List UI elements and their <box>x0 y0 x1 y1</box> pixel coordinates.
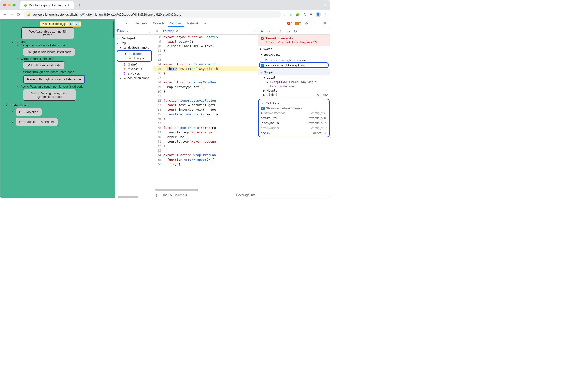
tab-network[interactable]: Network <box>185 20 201 27</box>
install-icon[interactable]: ⬒ <box>309 13 312 16</box>
tree-item-library-js[interactable]: 🗎library.js <box>118 56 151 61</box>
code-line[interactable]: 18export function errorFromRun <box>153 80 258 85</box>
labs-icon[interactable]: ⚗ <box>303 13 306 16</box>
tree-item-origin[interactable]: ▼☁devtools-ignore <box>116 45 152 50</box>
code-line[interactable]: 20} <box>153 89 258 94</box>
forward-button[interactable]: → <box>10 12 14 17</box>
toggle-navigator-icon[interactable]: ⇤ <box>155 29 160 33</box>
step-out-icon[interactable]: ↑ <box>280 29 282 33</box>
tree-item-style[interactable]: 🗎style.css <box>116 71 152 76</box>
code-line[interactable]: 23 const text = document.getE <box>153 103 258 107</box>
tab-console[interactable]: Console <box>151 20 167 27</box>
code-line[interactable]: 8export async function unsafeS <box>153 35 258 39</box>
callstack-frame[interactable]: errorWrapperlibrary.js:37 <box>260 126 328 130</box>
deactivate-breakpoints-icon[interactable]: ⊘ <box>294 29 297 33</box>
code-line[interactable]: 24 const insertionPoint = doc <box>153 107 258 112</box>
section-scope[interactable]: ▼Scope <box>258 70 330 75</box>
code-line[interactable]: 13 <box>153 57 258 62</box>
page-button[interactable]: CSP Violation - All frames <box>16 118 58 126</box>
code-line[interactable]: 26} <box>153 117 258 121</box>
tab-close-icon[interactable]: ✕ <box>68 3 71 7</box>
line-number[interactable]: 27 <box>153 121 164 126</box>
line-number[interactable]: 32 <box>153 144 164 148</box>
back-button[interactable]: ← <box>3 12 7 17</box>
line-number[interactable]: 25 <box>153 112 164 117</box>
scrollbar-thumb[interactable] <box>113 21 115 38</box>
new-tab-button[interactable]: ＋ <box>77 2 82 8</box>
resume-icon[interactable]: ▶ <box>261 29 263 33</box>
code-line[interactable]: 17 <box>153 75 258 80</box>
scope-exception[interactable]: ▶ Exception: Error: Why did t <box>260 80 328 84</box>
section-watch[interactable]: ▶Watch <box>258 46 330 52</box>
line-number[interactable]: 15 <box>153 66 164 71</box>
code-line[interactable]: 32} <box>153 144 258 148</box>
toggle-debugger-icon[interactable]: ⇥ <box>251 29 256 33</box>
code-line[interactable]: 15 throw new Error('Why did th <box>153 66 258 71</box>
section-breakpoints[interactable]: ▼Breakpoints <box>258 52 330 57</box>
editor-tab-library[interactable]: library.js✕ <box>162 28 180 34</box>
line-number[interactable]: 11 <box>153 48 164 53</box>
inspect-icon[interactable]: ☰ <box>117 21 123 26</box>
line-number[interactable]: 36 <box>153 162 164 166</box>
line-number[interactable]: 30 <box>153 135 164 139</box>
code-line[interactable]: 31 console.log('Never happene <box>153 139 258 144</box>
line-number[interactable]: 13 <box>153 57 164 62</box>
code-line[interactable]: 19 Map.prototype.set(); <box>153 85 258 89</box>
step-over-icon[interactable]: ⤼ <box>267 29 270 33</box>
code-line[interactable]: 30 errorFunc(); <box>153 135 258 139</box>
callstack-frame[interactable]: onclick(index):83 <box>260 130 328 136</box>
line-number[interactable]: 18 <box>153 80 164 85</box>
line-number[interactable]: 16 <box>153 71 164 75</box>
close-devtools-icon[interactable]: ✕ <box>322 21 328 26</box>
tree-item-deployed[interactable]: 🏷Deployed <box>116 36 152 41</box>
page-button[interactable]: Within ignore listed code <box>23 62 64 69</box>
page-button[interactable]: Caught in non ignore listed code <box>23 48 75 56</box>
error-badge[interactable]: ✕1 <box>287 21 293 25</box>
code-line[interactable]: 36 try { <box>153 162 258 166</box>
more-tabs-icon[interactable]: » <box>202 21 208 26</box>
tab-elements[interactable]: Elements <box>132 20 150 27</box>
format-icon[interactable]: { } <box>156 193 159 197</box>
line-number[interactable]: 21 <box>153 94 164 98</box>
checkbox-pause-caught[interactable]: ✓Pause on caught exceptions <box>259 62 329 68</box>
line-number[interactable]: 34 <box>153 153 164 157</box>
line-number[interactable]: 20 <box>153 89 164 94</box>
callstack-frame[interactable]: (anonymous)mycode.js:89 <box>260 120 328 126</box>
code-line[interactable]: 28function doWithError(errorFu <box>153 126 258 130</box>
line-number[interactable]: 9 <box>153 39 164 44</box>
callstack-frame[interactable]: throwExceptionlibrary.js:15 <box>260 110 328 116</box>
line-number[interactable]: 31 <box>153 139 164 144</box>
checkbox-pause-uncaught[interactable]: Pause on uncaught exceptions <box>260 58 328 62</box>
menu-icon[interactable]: ⋮ <box>324 13 327 16</box>
line-number[interactable]: 24 <box>153 107 164 112</box>
step-icon[interactable]: →• <box>285 29 290 33</box>
share-icon[interactable]: ⇧ <box>284 13 286 16</box>
scope-local[interactable]: ▼ Local <box>260 75 328 80</box>
page-button[interactable]: Async Passing through non ignore listed … <box>23 89 76 101</box>
scope-global[interactable]: ▶ GlobalWindow <box>260 93 328 97</box>
code-line[interactable]: 9 await delay(); <box>153 39 258 44</box>
checkbox-show-ignore-listed[interactable]: ✓Show ignore-listed frames <box>260 106 328 110</box>
settings-icon[interactable]: ⚙ <box>303 21 310 26</box>
editor-tab-close-icon[interactable]: ✕ <box>176 29 178 33</box>
navigator-kebab-icon[interactable]: ⋮ <box>148 29 151 33</box>
line-number[interactable]: 26 <box>153 117 164 121</box>
code-editor[interactable]: 8export async function unsafeS9 await de… <box>153 35 258 192</box>
code-line[interactable]: 25 unsafeSetInnerHtml(insertio <box>153 112 258 117</box>
tree-item-top[interactable]: ▭top <box>116 41 152 45</box>
line-number[interactable]: 28 <box>153 126 164 130</box>
tabs-overflow-icon[interactable]: ⌄ <box>324 3 327 7</box>
scope-module[interactable]: ▶ Module <box>260 88 328 93</box>
editor-scrollbar[interactable] <box>155 189 198 191</box>
stepover-mini-button[interactable]: ⤼ <box>74 22 79 26</box>
warning-badge[interactable]: !2 <box>295 21 301 25</box>
code-line[interactable]: 14export function throwExcepti <box>153 62 258 66</box>
code-line[interactable]: 12 <box>153 53 258 57</box>
tree-item-index[interactable]: 🗎(index) <box>116 62 152 67</box>
navigator-tab-page[interactable]: Page <box>117 29 124 33</box>
line-number[interactable]: 22 <box>153 98 164 103</box>
line-number[interactable]: 35 <box>153 157 164 162</box>
section-callstack[interactable]: ▼Call Stack <box>260 100 328 106</box>
code-line[interactable]: 22function ignoredcspviolation <box>153 98 258 103</box>
tree-item-cdn[interactable]: ▶☁cdn.glitch.globa <box>116 76 152 80</box>
